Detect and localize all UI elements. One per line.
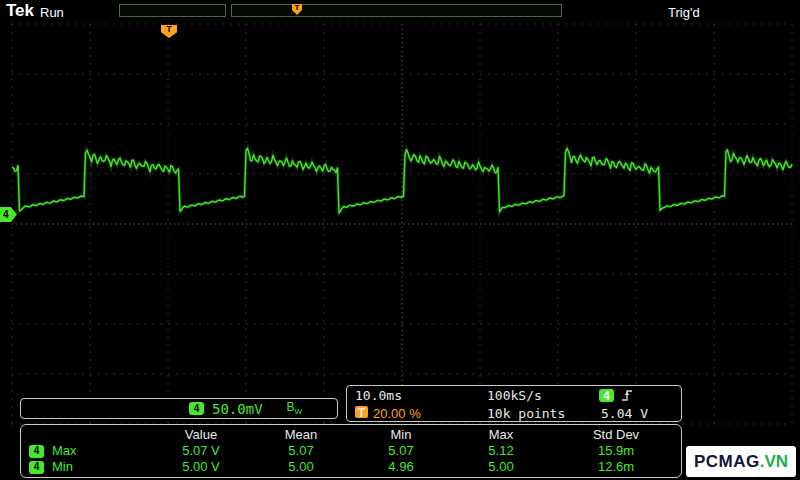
meas-min-stddev: 12.6m	[551, 459, 681, 475]
meas-max-max: 5.12	[451, 443, 551, 459]
brand-logo: Tek	[6, 1, 34, 21]
bw-sub: W	[295, 408, 303, 417]
channel4-waveform-glow	[12, 148, 792, 213]
meas-name: Min	[52, 459, 73, 475]
meas-header-min: Min	[351, 427, 451, 443]
meas-min-max: 5.00	[451, 459, 551, 475]
meas-max-mean: 5.07	[251, 443, 351, 459]
oscilloscope-screen: Tek Run T Trig'd T 4 4 50.0mV BW 10.0ms …	[0, 0, 800, 480]
watermark-suffix: .VN	[760, 452, 788, 472]
trigger-source-badge: 4	[599, 389, 614, 402]
acquisition-state: Run	[40, 5, 64, 20]
measurements-panel: Value Mean Min Max Std Dev 4 Max 5.07 V …	[20, 424, 682, 478]
record-length-readout: 10k points	[487, 406, 565, 421]
meas-header-max: Max	[451, 427, 551, 443]
channel4-badge: 4	[29, 445, 44, 458]
measurements-table: Value Mean Min Max Std Dev 4 Max 5.07 V …	[21, 425, 681, 475]
trigger-slope-icon	[620, 388, 634, 402]
horizontal-trigger-box: 10.0ms 100kS/s 4 T 20.00 % 10k points 5.…	[346, 385, 682, 422]
graticule-grid	[12, 24, 792, 424]
trigger-level-readout: 5.04 V	[601, 406, 648, 421]
channel4-badge: 4	[29, 461, 44, 474]
channel4-badge: 4	[189, 402, 204, 415]
timebase-readout: 10.0ms	[355, 388, 402, 403]
bw-main: B	[287, 400, 295, 414]
meas-min-min: 4.96	[351, 459, 451, 475]
meas-max-stddev: 15.9m	[551, 443, 681, 459]
meas-max-min: 5.07	[351, 443, 451, 459]
record-view-bar	[231, 4, 562, 17]
trigger-status: Trig'd	[668, 5, 700, 20]
trigger-t-icon: T	[355, 406, 368, 418]
meas-name: Max	[52, 443, 77, 459]
record-view-bar-left	[119, 4, 226, 17]
meas-row-max-label: 4 Max	[21, 443, 151, 459]
watermark: PCMAG .VN	[686, 446, 796, 477]
meas-row-min-label: 4 Min	[21, 459, 151, 475]
meas-header-value: Value	[151, 427, 251, 443]
bandwidth-limit-indicator: BW	[287, 400, 303, 416]
sample-rate-readout: 100kS/s	[487, 388, 542, 403]
meas-header-mean: Mean	[251, 427, 351, 443]
meas-min-mean: 5.00	[251, 459, 351, 475]
channel-scale: 50.0mV	[212, 401, 263, 417]
meas-header-empty	[21, 427, 151, 443]
trigger-position-readout: 20.00 %	[373, 406, 421, 421]
meas-min-value: 5.00 V	[151, 459, 251, 475]
meas-header-stddev: Std Dev	[551, 427, 681, 443]
watermark-brand: PCMAG	[694, 452, 760, 472]
meas-max-value: 5.07 V	[151, 443, 251, 459]
channel-readout-box: 4 50.0mV BW	[20, 398, 338, 419]
